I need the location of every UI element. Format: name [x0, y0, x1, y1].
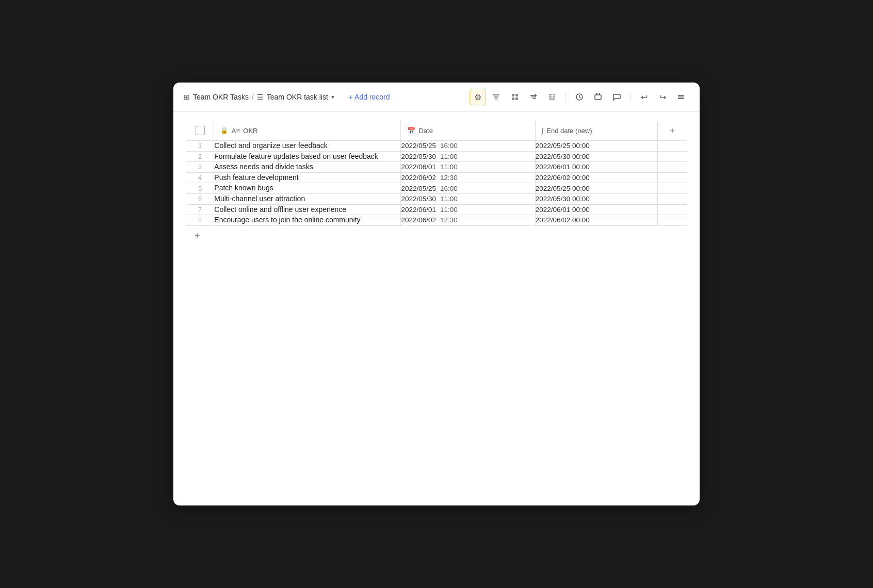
- row-number: 1: [186, 141, 214, 152]
- col-header-num: [186, 121, 214, 141]
- group-button[interactable]: [544, 89, 560, 105]
- row-enddate[interactable]: 2022/06/01 00:00: [535, 204, 658, 215]
- row-okr[interactable]: Collect online and offline user experien…: [214, 204, 401, 215]
- toolbar-left: ⊞ Team OKR Tasks / ☰ Team OKR task list …: [184, 91, 466, 103]
- row-date[interactable]: 2022/06/0212:30: [401, 215, 535, 226]
- toolbar-divider-1: [565, 92, 566, 102]
- row-okr[interactable]: Collect and organize user feedback: [214, 141, 401, 152]
- svg-rect-1: [515, 94, 518, 96]
- time-value: 12:30: [440, 216, 458, 224]
- row-extra: [658, 172, 687, 183]
- row-extra: [658, 151, 687, 162]
- row-extra: [658, 204, 687, 215]
- time-value: 11:00: [440, 195, 458, 203]
- row-date[interactable]: 2022/05/3011:00: [401, 151, 535, 162]
- date-value: 2022/06/02: [401, 216, 436, 224]
- table-row: 7Collect online and offline user experie…: [186, 204, 687, 215]
- table-row: 3Assess needs and divide tasks2022/06/01…: [186, 162, 687, 173]
- grid-icon: ⊞: [184, 93, 190, 101]
- row-enddate[interactable]: 2022/06/01 00:00: [535, 162, 658, 173]
- svg-rect-0: [512, 94, 514, 96]
- svg-rect-2: [512, 97, 514, 100]
- add-column-button[interactable]: +: [658, 121, 687, 140]
- link-icon: ∫: [542, 127, 544, 135]
- row-enddate[interactable]: 2022/06/02 00:00: [535, 215, 658, 226]
- row-date[interactable]: 2022/05/3011:00: [401, 193, 535, 204]
- lock-icon: 🔒: [220, 127, 228, 134]
- row-date[interactable]: 2022/06/0111:00: [401, 162, 535, 173]
- row-okr[interactable]: Encourage users to join the online commu…: [214, 215, 401, 226]
- table-row: 5Patch known bugs2022/05/2516:002022/05/…: [186, 183, 687, 194]
- row-date[interactable]: 2022/05/2516:00: [401, 141, 535, 152]
- clock-button[interactable]: [571, 89, 588, 105]
- row-date[interactable]: 2022/05/2516:00: [401, 183, 535, 194]
- date-value: 2022/06/02: [401, 174, 436, 182]
- date-value: 2022/05/30: [401, 195, 436, 203]
- share-button[interactable]: [590, 89, 606, 105]
- row-number: 4: [186, 172, 214, 183]
- row-extra: [658, 141, 687, 152]
- redo-button[interactable]: ↪: [654, 89, 671, 105]
- table-row: 1Collect and organize user feedback2022/…: [186, 141, 687, 152]
- select-all-checkbox[interactable]: [196, 126, 205, 135]
- view-button[interactable]: [507, 89, 523, 105]
- data-table: 🔒 A≡ OKR 📅 Date ∫: [186, 120, 687, 247]
- row-date[interactable]: 2022/06/0212:30: [401, 172, 535, 183]
- row-enddate[interactable]: 2022/05/30 00:00: [535, 151, 658, 162]
- table-header-row: 🔒 A≡ OKR 📅 Date ∫: [186, 121, 687, 141]
- table-row: 2Formulate feature updates based on user…: [186, 151, 687, 162]
- sort-button[interactable]: [525, 89, 542, 105]
- row-number: 3: [186, 162, 214, 173]
- col-header-add[interactable]: +: [658, 121, 687, 141]
- row-okr[interactable]: Patch known bugs: [214, 183, 401, 194]
- row-okr[interactable]: Multi-channel user attraction: [214, 193, 401, 204]
- calendar-icon: 📅: [407, 127, 415, 135]
- add-row-button[interactable]: +: [186, 226, 200, 247]
- date-value: 2022/05/25: [401, 185, 436, 192]
- table-container: 🔒 A≡ OKR 📅 Date ∫: [173, 112, 700, 255]
- row-enddate[interactable]: 2022/05/30 00:00: [535, 193, 658, 204]
- row-enddate[interactable]: 2022/05/25 00:00: [535, 141, 658, 152]
- view-name-label[interactable]: Team OKR task list: [267, 93, 328, 101]
- row-okr[interactable]: Formulate feature updates based on user …: [214, 151, 401, 162]
- list-icon: ☰: [257, 93, 264, 101]
- col-header-enddate: ∫ End date (new): [535, 121, 658, 141]
- time-value: 16:00: [440, 185, 458, 192]
- row-extra: [658, 215, 687, 226]
- table-row: 4Push feature development2022/06/0212:30…: [186, 172, 687, 183]
- date-value: 2022/06/01: [401, 206, 436, 214]
- time-value: 11:00: [440, 206, 458, 214]
- chat-button[interactable]: [608, 89, 625, 105]
- row-number: 6: [186, 193, 214, 204]
- row-date[interactable]: 2022/06/0111:00: [401, 204, 535, 215]
- row-okr[interactable]: Push feature development: [214, 172, 401, 183]
- time-value: 11:00: [440, 153, 458, 160]
- row-extra: [658, 183, 687, 194]
- col-header-date: 📅 Date: [401, 121, 535, 141]
- filter-button[interactable]: [488, 89, 505, 105]
- time-value: 12:30: [440, 174, 458, 182]
- svg-rect-5: [595, 95, 601, 100]
- row-number: 8: [186, 215, 214, 226]
- add-record-button[interactable]: + Add record: [345, 91, 394, 103]
- row-okr[interactable]: Assess needs and divide tasks: [214, 162, 401, 173]
- toolbar-divider-2: [630, 92, 630, 102]
- row-enddate[interactable]: 2022/05/25 00:00: [535, 183, 658, 194]
- time-value: 16:00: [440, 142, 458, 150]
- undo-button[interactable]: ↩: [636, 89, 652, 105]
- date-value: 2022/05/30: [401, 153, 436, 160]
- date-value: 2022/06/01: [401, 163, 436, 171]
- col-date-label: Date: [418, 127, 432, 135]
- col-header-okr: 🔒 A≡ OKR: [214, 121, 401, 141]
- toolbar-right: ⚙: [470, 89, 689, 105]
- row-number: 5: [186, 183, 214, 194]
- row-number: 7: [186, 204, 214, 215]
- breadcrumb: ⊞ Team OKR Tasks / ☰ Team OKR task list …: [184, 93, 334, 101]
- dropdown-arrow-icon[interactable]: ▾: [331, 93, 334, 101]
- settings-button[interactable]: ⚙: [470, 89, 486, 105]
- time-value: 11:00: [440, 163, 458, 171]
- col-enddate-label: End date (new): [546, 127, 592, 135]
- more-button[interactable]: [673, 89, 689, 105]
- col-okr-label: OKR: [243, 127, 257, 135]
- row-enddate[interactable]: 2022/06/02 00:00: [535, 172, 658, 183]
